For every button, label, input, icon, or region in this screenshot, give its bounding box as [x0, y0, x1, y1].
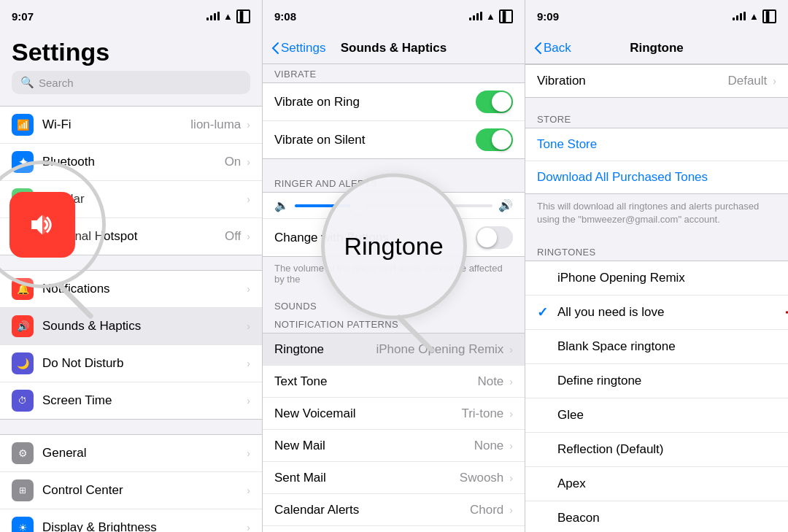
wifi-value: lion-luma — [190, 117, 241, 132]
back-button[interactable]: Settings — [271, 41, 325, 55]
chevron-icon: › — [247, 231, 250, 242]
cellular-item[interactable]: ((|)) Cellular › — [0, 181, 262, 218]
wifi-label: Wi-Fi — [42, 117, 190, 132]
wifi-status-icon: ▲ — [486, 11, 495, 22]
vibration-label: Vibration — [537, 74, 727, 88]
vibrate-silent-toggle[interactable] — [476, 128, 513, 151]
chevron-icon: › — [509, 376, 513, 388]
page-title: Settings — [0, 32, 262, 71]
sent-mail-label: Sent Mail — [274, 471, 460, 485]
chevron-icon: › — [247, 119, 250, 131]
volume-slider[interactable] — [295, 204, 492, 207]
vol-low-icon: 🔈 — [274, 198, 289, 212]
notifications-item[interactable]: 🔔 Notifications › — [0, 271, 262, 308]
vibration-group: Vibration Default › — [525, 64, 788, 98]
back-button[interactable]: Back — [534, 41, 571, 55]
new-mail-label: New Mail — [274, 439, 474, 453]
control-center-item[interactable]: ⊞ Control Center › — [0, 472, 262, 509]
notifications-label: Notifications — [42, 282, 245, 296]
calendar-alerts-label: Calendar Alerts — [274, 503, 470, 517]
hotspot-item[interactable]: ⊕ Personal Hotspot Off › — [0, 218, 262, 255]
sounds-scroll: VIBRATE Vibrate on Ring Vibrate on Silen… — [263, 64, 525, 532]
red-arrow — [784, 302, 788, 323]
screentime-item[interactable]: ⏱ Screen Time › — [0, 382, 262, 419]
chevron-icon: › — [247, 395, 250, 406]
change-buttons-label: Change with Buttons — [274, 231, 476, 245]
signal-icon — [469, 12, 482, 20]
general-label: General — [42, 446, 245, 460]
reminder-alerts-item[interactable]: Reminder Alerts Chord › — [263, 526, 525, 532]
check-icon: ✓ — [537, 304, 555, 320]
screentime-icon: ⏱ — [12, 390, 34, 412]
battery-status-icon: ▌ — [499, 9, 513, 23]
nav-bar: Settings Sounds & Haptics — [263, 32, 525, 64]
chevron-icon: › — [247, 358, 250, 369]
search-bar[interactable]: 🔍 Search — [12, 71, 250, 94]
vibrate-header: VIBRATE — [263, 64, 525, 82]
back-label: Back — [544, 41, 571, 55]
sent-mail-value: Swoosh — [460, 471, 503, 485]
ringtone-name: Define ringtone — [555, 374, 776, 388]
ringtone-panel: 9:09 ▲ ▌ Back Ringtone Vibration De — [525, 0, 788, 532]
page-title: Ringtone — [630, 41, 684, 55]
change-buttons-toggle[interactable] — [476, 226, 513, 249]
ringtone-value: iPhone Opening Remix — [376, 342, 504, 357]
vibrate-group: Vibrate on Ring Vibrate on Silent — [263, 82, 525, 159]
text-tone-item[interactable]: Text Tone Note › — [263, 366, 525, 398]
ringtone-name: iPhone Opening Remix — [555, 271, 776, 285]
ringtone-item[interactable]: Ringtone iPhone Opening Remix › — [263, 334, 525, 366]
toggle-thumb — [477, 228, 497, 247]
ringtone-list-item[interactable]: ✓ Blank Space ringtone — [525, 330, 788, 364]
tone-store-item[interactable]: Tone Store — [525, 128, 788, 161]
ringtone-list-item[interactable]: ✓ Reflection (Default) — [525, 433, 788, 467]
ringtone-list-item[interactable]: ✓ iPhone Opening Remix — [525, 261, 788, 296]
signal-icon — [206, 12, 220, 20]
ringer-header: RINGER AND ALERTS — [263, 174, 525, 192]
ringtone-name: Reflection (Default) — [555, 442, 776, 457]
cellular-icon: ((|)) — [12, 188, 34, 210]
download-tones-label: Download All Purchased Tones — [537, 170, 708, 184]
new-mail-item[interactable]: New Mail None › — [263, 430, 525, 462]
chevron-icon: › — [247, 193, 250, 205]
vibrate-ring-item[interactable]: Vibrate on Ring — [263, 83, 525, 121]
ringtone-list-item[interactable]: ✓ Glee — [525, 398, 788, 433]
calendar-alerts-item[interactable]: Calendar Alerts Chord › — [263, 494, 525, 526]
notification-patterns-group: Ringtone iPhone Opening Remix › Text Ton… — [263, 333, 525, 532]
vibration-item[interactable]: Vibration Default › — [525, 65, 788, 97]
general-item[interactable]: ⚙ General › — [0, 435, 262, 472]
status-time: 9:07 — [12, 10, 34, 23]
ringtone-list-item[interactable]: ✓ Apex — [525, 467, 788, 501]
ringtone-name: Beacon — [555, 511, 776, 525]
download-tones-item[interactable]: Download All Purchased Tones — [525, 161, 788, 193]
ringtone-list-item[interactable]: ✓ Beacon — [525, 501, 788, 532]
new-voicemail-item[interactable]: New Voicemail Tri-tone › — [263, 398, 525, 430]
bluetooth-item[interactable]: ✦ Bluetooth On › — [0, 144, 262, 181]
ringtone-label: Ringtone — [274, 342, 376, 357]
tone-store-label: Tone Store — [537, 137, 597, 151]
bluetooth-icon: ✦ — [12, 151, 34, 173]
text-tone-value: Note — [477, 374, 503, 389]
display-label: Display & Brightness — [42, 520, 245, 532]
dnd-item[interactable]: 🌙 Do Not Disturb › — [0, 345, 262, 382]
sounds-panel: 9:08 ▲ ▌ Settings Sounds & Haptics VIBRA… — [263, 0, 525, 532]
ringtones-header: RINGTONES — [525, 242, 788, 261]
status-icons: ▲ ▌ — [206, 9, 250, 23]
wifi-item[interactable]: 📶 Wi-Fi lion-luma › — [0, 107, 262, 144]
sent-mail-item[interactable]: Sent Mail Swoosh › — [263, 462, 525, 494]
sounds-item[interactable]: 🔊 Sounds & Haptics › — [0, 308, 262, 345]
ringtone-list-item[interactable]: ✓ Define ringtone — [525, 364, 788, 398]
back-label: Settings — [281, 41, 325, 55]
vibrate-silent-label: Vibrate on Silent — [274, 133, 476, 147]
ringtone-list-item[interactable]: ✓ All you need is love — [525, 296, 788, 330]
hotspot-label: Personal Hotspot — [42, 229, 225, 244]
vibrate-ring-toggle[interactable] — [476, 90, 513, 113]
vibrate-silent-item[interactable]: Vibrate on Silent — [263, 121, 525, 158]
volume-note: The volume of the ringer and alerts will… — [263, 257, 525, 293]
display-item[interactable]: ☀ Display & Brightness › — [0, 509, 262, 532]
general-icon: ⚙ — [12, 442, 34, 464]
sounds-label: Sounds & Haptics — [42, 319, 245, 334]
hotspot-value: Off — [225, 229, 241, 244]
change-buttons-item[interactable]: Change with Buttons — [263, 219, 525, 257]
chevron-icon: › — [247, 522, 250, 532]
status-time: 9:08 — [274, 10, 296, 23]
